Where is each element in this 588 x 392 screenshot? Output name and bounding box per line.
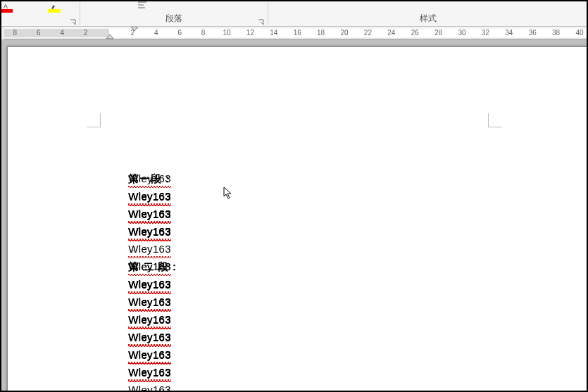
- ribbon-group-label-style: 样式: [268, 13, 588, 25]
- ruler-tick-label: 30: [458, 29, 465, 37]
- ruler-tick-label: 12: [246, 29, 254, 37]
- text-word: Wley163: [128, 187, 170, 205]
- text-word: Wley163: [128, 346, 170, 363]
- highlight-icon: [51, 0, 58, 7]
- highlight-color-swatch: [48, 9, 61, 13]
- margin-corner-tr: [488, 113, 502, 127]
- ruler-tick-label: 14: [270, 29, 277, 37]
- ruler-tick-label: 8: [13, 29, 18, 37]
- ribbon-group-label-paragraph: 段落: [80, 13, 268, 25]
- paragraph1-line1[interactable]: 第一段： Wley163 Wley163 Wley163: [105, 134, 195, 152]
- ruler-tick-label: 4: [60, 29, 64, 37]
- ruler-tick-label: 10: [223, 29, 230, 37]
- svg-marker-2: [106, 34, 113, 39]
- ruler-tick-label: 36: [529, 29, 537, 37]
- ruler-tick-label: 38: [552, 29, 560, 37]
- ruler-tick-label: 18: [317, 29, 325, 37]
- document-body[interactable]: 第一段： Wley163 Wley163 Wley163 Wley163 Wle…: [105, 134, 195, 275]
- text-word: Wley163: [128, 170, 170, 187]
- ruler-tick-label: 6: [177, 29, 182, 37]
- cursor-arrow-icon: [223, 186, 232, 199]
- ruler-tick-label: 8: [201, 29, 206, 37]
- text-word: Wley163: [128, 310, 170, 328]
- text-word: Wley163: [128, 240, 170, 258]
- ruler-tick-label: 6: [37, 29, 41, 37]
- highlight-color-split-button[interactable]: [48, 0, 61, 27]
- font-color-icon: A: [3, 0, 10, 7]
- ruler-tick-label: 26: [411, 29, 419, 37]
- page[interactable]: 第一段： Wley163 Wley163 Wley163 Wley163 Wle…: [7, 46, 588, 392]
- sort-icon: [137, 1, 150, 8]
- hanging-indent-marker[interactable]: [106, 34, 114, 39]
- text-word: Wley163: [128, 258, 170, 275]
- ribbon-toolbar: A 段落 样式: [0, 0, 588, 27]
- text-word: Wley163: [128, 328, 170, 346]
- text-word: Wley163: [128, 205, 170, 222]
- ruler-tick-label: 2: [84, 29, 88, 37]
- font-group-launcher[interactable]: [70, 16, 77, 23]
- margin-corner-tl: [87, 113, 101, 127]
- text-word: Wley163: [128, 363, 170, 381]
- ruler-tick-label: 16: [294, 29, 301, 37]
- horizontal-ruler[interactable]: 8642246810121416182022242628303234363840: [0, 27, 588, 39]
- ruler-tick-label: 28: [434, 29, 442, 37]
- ruler-tick-label: 40: [575, 29, 583, 37]
- text-word: Wley163: [128, 381, 170, 392]
- ruler-tick-label: 2: [131, 29, 135, 37]
- ruler-tick-label: 32: [482, 29, 489, 37]
- ruler-tick-label: 34: [505, 29, 513, 37]
- text-word: Wley163: [128, 293, 170, 310]
- ruler-tick-label: 22: [364, 29, 372, 37]
- font-color-split-button[interactable]: A: [0, 0, 13, 27]
- ruler-tick-label: 20: [340, 29, 348, 37]
- ruler-tick-label: 4: [154, 29, 158, 37]
- paragraph-group-launcher[interactable]: [258, 16, 265, 23]
- text-word: Wley163: [128, 275, 170, 293]
- text-word: Wley163: [128, 222, 170, 240]
- document-viewport[interactable]: 第一段： Wley163 Wley163 Wley163 Wley163 Wle…: [0, 39, 588, 392]
- ruler-tick-label: 24: [387, 29, 395, 37]
- font-color-swatch: [0, 9, 13, 13]
